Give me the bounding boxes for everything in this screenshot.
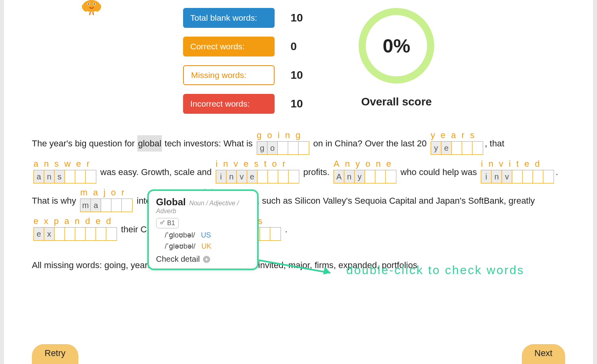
text-segment: , that [485, 138, 504, 148]
score-label: Overall score [361, 95, 431, 108]
blank-years[interactable]: yearsye [431, 139, 483, 157]
plus-icon: + [203, 256, 210, 263]
check-detail-link[interactable]: Check detail + [156, 255, 250, 264]
key-icon [160, 220, 165, 227]
us-label[interactable]: US [201, 231, 211, 239]
blank-hint: Anyone [334, 155, 397, 173]
exercise-text: The year's big question for global tech … [4, 126, 593, 248]
missing-words-value: 10 [291, 65, 303, 85]
footer-buttons: Retry Next [4, 344, 593, 364]
blank-going[interactable]: goinggo [257, 139, 309, 157]
ipa-uk-text: /ˈɡləʊbəl/ [165, 242, 195, 250]
blank-expanded[interactable]: expandedex [33, 225, 117, 243]
svg-point-2 [88, 4, 90, 5]
text-segment: profits. [301, 167, 332, 177]
blank-hint: major [80, 184, 130, 201]
score-percent: 0% [382, 35, 410, 57]
next-button[interactable]: Next [522, 344, 565, 364]
popover-ipa-us: /ˈɡloʊbəl/ US [165, 231, 250, 239]
total-words-value: 10 [291, 8, 303, 28]
text-segment: on in China? Over the last 20 [311, 138, 429, 148]
popover-level: B1 [167, 220, 175, 227]
blank-major[interactable]: majorma [80, 197, 133, 214]
score-column: 0% Overall score [359, 8, 434, 108]
blank-investor[interactable]: investorinve [216, 168, 299, 185]
incorrect-words-value: 10 [291, 94, 303, 114]
blank-hint: years [431, 127, 480, 144]
text-segment: who could help was [398, 167, 479, 177]
check-detail-label: Check detail [156, 255, 200, 264]
text-segment: . [283, 224, 287, 234]
blank-anyone[interactable]: AnyoneAny [334, 168, 396, 185]
ipa-us-text: /ˈɡloʊbəl/ [165, 231, 195, 239]
stat-labels: Total blank words: Correct words: Missin… [183, 8, 275, 114]
stat-values: 10 0 10 10 [291, 8, 303, 114]
blank-hint: investor [216, 155, 291, 173]
mascot-column [32, 8, 151, 20]
blank-hint: invited [481, 155, 545, 173]
blank-answer[interactable]: answerans [33, 168, 96, 185]
text-segment: tech investors: What is [162, 138, 255, 148]
correct-words-label: Correct words: [183, 37, 275, 56]
text-segment: The year's big question for [32, 138, 137, 148]
total-words-label: Total blank words: [183, 8, 275, 28]
results-container: Total blank words: Correct words: Missin… [4, 0, 593, 364]
popover-word: Global [156, 197, 186, 207]
uk-label[interactable]: UK [201, 242, 211, 250]
blank-invited[interactable]: invitedinv [481, 168, 554, 185]
missing-words-summary: All missing words: going, years, answer,… [4, 248, 593, 274]
top-section: Total blank words: Correct words: Missin… [4, 0, 593, 126]
score-ring: 0% [359, 8, 434, 84]
incorrect-words-label: Incorrect words: [183, 94, 275, 114]
blank-hint: going [257, 127, 306, 144]
missing-words-label: Missing words: [183, 65, 275, 85]
retry-button[interactable]: Retry [32, 344, 78, 364]
correct-words-value: 0 [291, 37, 303, 56]
word-definition-popover: Global Noun / Adjective / Adverb B1 /ˈɡl… [147, 189, 259, 270]
blank-cell[interactable] [270, 228, 281, 240]
svg-point-4 [94, 4, 95, 5]
blank-hint: answer [33, 155, 95, 173]
blank-hint: expanded [33, 212, 117, 230]
text-segment: , such as Silicon Valley's Sequoia Capit… [257, 196, 535, 206]
stats-column: Total blank words: Correct words: Missin… [183, 8, 303, 114]
popover-level-badge: B1 [156, 218, 179, 228]
mascot-icon [74, 8, 109, 20]
popover-ipa-uk: /ˈɡləʊbəl/ UK [165, 242, 250, 251]
text-segment: was easy. Growth, scale and [98, 167, 214, 177]
highlighted-word[interactable]: global [137, 135, 162, 152]
